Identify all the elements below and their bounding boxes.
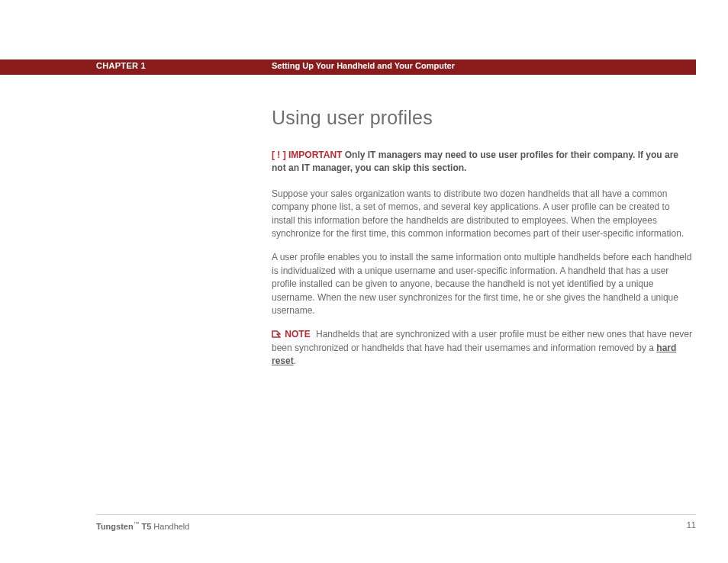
paragraph-2: A user profile enables you to install th…: [272, 251, 693, 317]
note-label: NOTE: [285, 329, 310, 339]
note-callout: NOTE Handhelds that are synchronized wit…: [272, 328, 693, 368]
paragraph-1: Suppose your sales organization wants to…: [272, 188, 693, 241]
page-title: Using user profiles: [272, 107, 693, 129]
section-title: Setting Up Your Handheld and Your Comput…: [272, 61, 455, 70]
footer-model: T5: [139, 522, 151, 531]
document-page: CHAPTER 1 Setting Up Your Handheld and Y…: [0, 0, 728, 563]
footer-divider: [96, 514, 696, 515]
footer-brand: Tungsten™ T5 Handheld: [96, 520, 189, 531]
footer-suffix: Handheld: [151, 522, 189, 531]
page-number: 11: [687, 520, 696, 529]
chapter-label: CHAPTER 1: [96, 61, 146, 70]
important-label: IMPORTANT: [286, 150, 345, 160]
content-area: Using user profiles [ ! ] IMPORTANT Only…: [272, 107, 693, 368]
footer-brand-name: Tungsten: [96, 522, 134, 531]
note-text-after: .: [294, 355, 296, 366]
important-bang: !: [275, 150, 283, 160]
note-text-before: Handhelds that are synchronized with a u…: [272, 329, 692, 352]
important-callout: [ ! ] IMPORTANT Only IT managers may nee…: [272, 149, 693, 175]
note-icon: [272, 330, 281, 338]
